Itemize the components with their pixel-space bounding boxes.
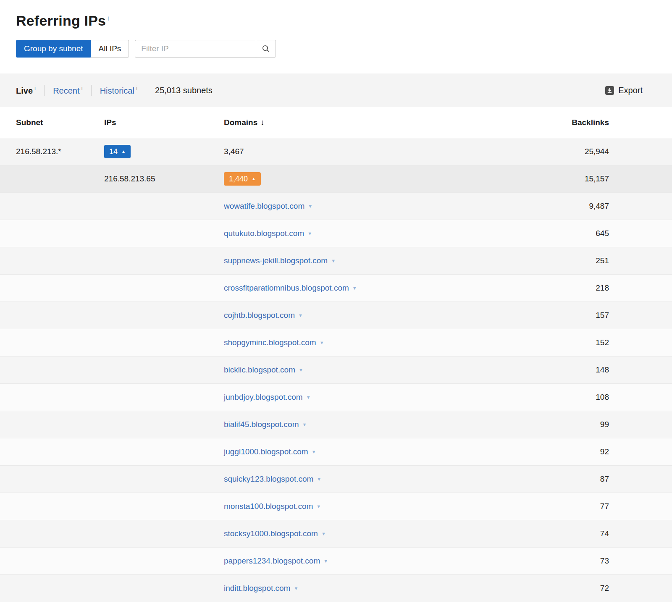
tab-historical-label: Historical bbox=[100, 86, 134, 95]
title-info-icon[interactable]: i bbox=[108, 15, 109, 22]
domain-row: bialif45.blogspot.com▼ 99 bbox=[0, 411, 672, 438]
dropdown-caret-icon[interactable]: ▼ bbox=[299, 368, 303, 372]
domain-row: pappers1234.blogspot.com▼ 73 bbox=[0, 548, 672, 575]
ips-expand-badge[interactable]: 14▲ bbox=[104, 145, 131, 158]
dropdown-caret-icon[interactable]: ▼ bbox=[323, 559, 328, 564]
backlinks-value: 108 bbox=[542, 393, 609, 402]
domain-link-text: stocksy1000.blogspot.com bbox=[224, 529, 318, 538]
domain-row: bicklic.blogspot.com▼ 148 bbox=[0, 356, 672, 384]
referring-ips-page: Referring IPsi Group by subnet All IPs L… bbox=[0, 0, 672, 602]
domain-link-text: bialif45.blogspot.com bbox=[224, 420, 299, 429]
page-header: Referring IPsi Group by subnet All IPs bbox=[0, 0, 672, 73]
dropdown-caret-icon[interactable]: ▼ bbox=[312, 450, 316, 454]
tab-live[interactable]: Livei bbox=[16, 85, 36, 96]
domain-link[interactable]: inditt.blogspot.com▼ bbox=[224, 584, 298, 593]
backlinks-value: 73 bbox=[542, 556, 609, 566]
filter-ip-input[interactable] bbox=[135, 40, 256, 58]
backlinks-value: 87 bbox=[542, 474, 609, 484]
dropdown-caret-icon[interactable]: ▼ bbox=[317, 477, 321, 482]
dropdown-caret-icon[interactable]: ▼ bbox=[352, 286, 357, 291]
backlinks-value: 74 bbox=[542, 529, 609, 538]
domain-link-text: wowatife.blogspot.com bbox=[224, 202, 304, 211]
domain-row: qutukuto.blogspot.com▼ 645 bbox=[0, 220, 672, 247]
domain-link[interactable]: stocksy1000.blogspot.com▼ bbox=[224, 529, 326, 538]
dropdown-caret-icon[interactable]: ▼ bbox=[307, 231, 312, 236]
ip-row: 216.58.213.65 1,440▲ 15,157 bbox=[0, 165, 672, 193]
tab-historical[interactable]: Historicali bbox=[100, 85, 137, 96]
sort-desc-icon: ↓ bbox=[260, 118, 265, 127]
domain-rows: wowatife.blogspot.com▼ 9,487 qutukuto.bl… bbox=[0, 193, 672, 602]
backlinks-value: 72 bbox=[542, 584, 609, 593]
ip-backlinks-value: 15,157 bbox=[542, 174, 609, 183]
export-button[interactable]: Export bbox=[605, 86, 643, 95]
all-ips-button[interactable]: All IPs bbox=[91, 40, 129, 58]
domains-badge-count: 1,440 bbox=[229, 175, 248, 183]
domain-row: inditt.blogspot.com▼ 72 bbox=[0, 575, 672, 602]
domain-link-text: pappers1234.blogspot.com bbox=[224, 556, 320, 566]
domain-link[interactable]: shopgyminc.blogspot.com▼ bbox=[224, 338, 324, 347]
collapse-icon: ▲ bbox=[121, 149, 126, 154]
dropdown-caret-icon[interactable]: ▼ bbox=[321, 532, 326, 536]
dropdown-caret-icon[interactable]: ▼ bbox=[302, 422, 307, 427]
dropdown-caret-icon[interactable]: ▼ bbox=[308, 204, 312, 209]
backlinks-value: 99 bbox=[542, 420, 609, 429]
domain-link[interactable]: juggl1000.blogspot.com▼ bbox=[224, 447, 316, 456]
domain-row: cojhtb.blogspot.com▼ 157 bbox=[0, 302, 672, 329]
filter-control bbox=[135, 40, 276, 58]
domain-row: stocksy1000.blogspot.com▼ 74 bbox=[0, 520, 672, 548]
dropdown-caret-icon[interactable]: ▼ bbox=[331, 259, 336, 263]
domain-link[interactable]: pappers1234.blogspot.com▼ bbox=[224, 556, 328, 566]
domain-row: wowatife.blogspot.com▼ 9,487 bbox=[0, 193, 672, 220]
backlinks-value: 77 bbox=[542, 502, 609, 511]
domain-link-text: juggl1000.blogspot.com bbox=[224, 447, 308, 456]
backlinks-value: 645 bbox=[542, 229, 609, 238]
domain-row: crossfitparatiomnibus.blogspot.com▼ 218 bbox=[0, 275, 672, 302]
domain-row: junbdjoy.blogspot.com▼ 108 bbox=[0, 384, 672, 411]
toolbar-tabs: Livei Recenti Historicali 25,013 subnets bbox=[16, 85, 213, 96]
tab-live-label: Live bbox=[16, 86, 33, 95]
dropdown-caret-icon[interactable]: ▼ bbox=[320, 341, 324, 345]
dropdown-caret-icon[interactable]: ▼ bbox=[298, 313, 303, 318]
backlinks-value: 148 bbox=[542, 365, 609, 375]
column-header-backlinks[interactable]: Backlinks bbox=[542, 118, 609, 127]
tab-recent-label: Recent bbox=[53, 86, 79, 95]
search-button[interactable] bbox=[256, 40, 276, 58]
export-icon bbox=[605, 86, 614, 95]
domain-link[interactable]: bialif45.blogspot.com▼ bbox=[224, 420, 307, 429]
domain-link[interactable]: crossfitparatiomnibus.blogspot.com▼ bbox=[224, 283, 357, 293]
domain-link-text: squicky123.blogspot.com bbox=[224, 474, 313, 484]
domain-link[interactable]: monsta100.blogspot.com▼ bbox=[224, 502, 321, 511]
domain-link[interactable]: squicky123.blogspot.com▼ bbox=[224, 474, 321, 484]
domains-expand-badge[interactable]: 1,440▲ bbox=[224, 172, 261, 186]
group-by-subnet-button[interactable]: Group by subnet bbox=[16, 40, 91, 58]
backlinks-value: 251 bbox=[542, 256, 609, 265]
column-header-ips: IPs bbox=[104, 118, 224, 127]
tab-divider bbox=[44, 85, 45, 96]
collapse-icon: ▲ bbox=[252, 177, 256, 181]
domain-link[interactable]: suppnews-jekill.blogspot.com▼ bbox=[224, 256, 336, 265]
domain-link-text: monsta100.blogspot.com bbox=[224, 502, 313, 511]
backlinks-value: 152 bbox=[542, 338, 609, 347]
tab-recent[interactable]: Recenti bbox=[53, 85, 83, 96]
recent-info-icon[interactable]: i bbox=[81, 85, 83, 92]
search-icon bbox=[262, 45, 270, 53]
domain-link-text: qutukuto.blogspot.com bbox=[224, 229, 304, 238]
column-header-domains[interactable]: Domains↓ bbox=[224, 118, 542, 127]
dropdown-caret-icon[interactable]: ▼ bbox=[306, 395, 311, 400]
subnet-domains-count: 3,467 bbox=[224, 147, 542, 156]
dropdown-caret-icon[interactable]: ▼ bbox=[294, 586, 298, 591]
export-label: Export bbox=[618, 86, 643, 95]
domain-link[interactable]: qutukuto.blogspot.com▼ bbox=[224, 229, 312, 238]
domain-link[interactable]: wowatife.blogspot.com▼ bbox=[224, 202, 312, 211]
tab-divider bbox=[91, 85, 92, 96]
domain-link[interactable]: cojhtb.blogspot.com▼ bbox=[224, 311, 303, 320]
domain-link[interactable]: junbdjoy.blogspot.com▼ bbox=[224, 393, 311, 402]
subnet-row: 216.58.213.* 14▲ 3,467 25,944 bbox=[0, 138, 672, 165]
ip-address: 216.58.213.65 bbox=[104, 174, 224, 183]
dropdown-caret-icon[interactable]: ▼ bbox=[316, 504, 321, 509]
historical-info-icon[interactable]: i bbox=[136, 85, 137, 92]
backlinks-value: 9,487 bbox=[542, 202, 609, 211]
subnet-value: 216.58.213.* bbox=[16, 147, 104, 156]
live-info-icon[interactable]: i bbox=[34, 85, 36, 92]
domain-link[interactable]: bicklic.blogspot.com▼ bbox=[224, 365, 303, 375]
